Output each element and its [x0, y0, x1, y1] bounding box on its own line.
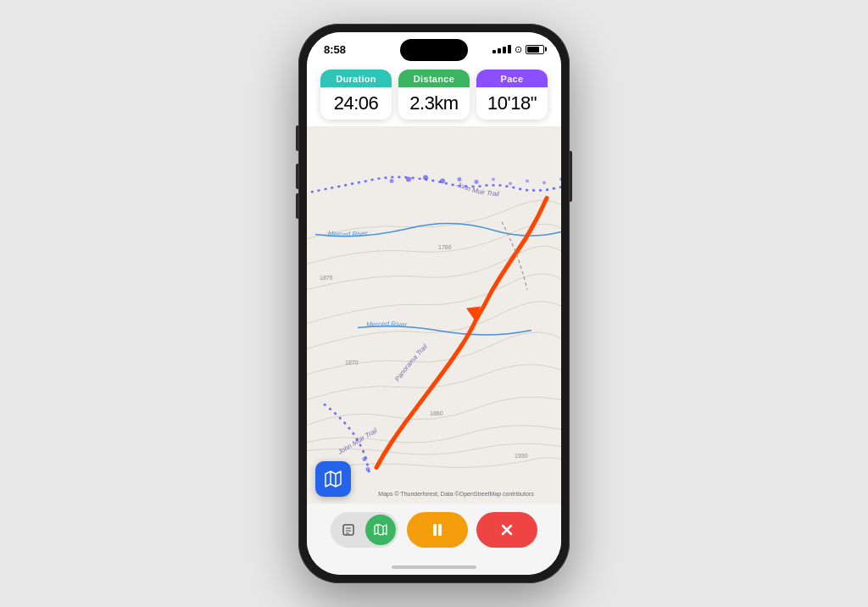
distance-value: 2.3km [398, 87, 470, 120]
pace-card: Pace 10'18" [476, 70, 548, 120]
wifi-icon: ⊙ [515, 44, 522, 55]
svg-point-5 [458, 177, 462, 181]
stop-icon [499, 522, 515, 537]
battery-icon [526, 45, 544, 54]
elev-label-3: 1870 [345, 359, 359, 365]
svg-point-4 [390, 179, 394, 183]
controls-bar [307, 504, 561, 560]
phone-frame: 8:58 ⊙ Duration 24:06 [298, 24, 570, 583]
signal-icon [492, 45, 511, 53]
svg-point-2 [423, 175, 428, 181]
map-toggle-icon [373, 522, 388, 537]
pause-icon [429, 521, 446, 538]
notes-map-group [331, 512, 398, 548]
elev-label-4: 1880 [430, 410, 443, 416]
elev-label-5: 1930 [515, 453, 528, 459]
notes-icon [341, 522, 356, 537]
elev-label-2: 1786 [438, 244, 452, 250]
home-indicator [307, 560, 561, 575]
svg-rect-23 [438, 524, 442, 536]
elev-label-1: 1876 [320, 275, 333, 281]
status-time: 8:58 [324, 43, 346, 56]
merced-river-label-lower: Merced River [366, 320, 408, 329]
merced-river-label-upper: Merced River [327, 229, 368, 237]
svg-rect-22 [433, 524, 437, 536]
stop-button[interactable] [476, 512, 537, 548]
svg-point-8 [509, 182, 512, 186]
map-toggle-button[interactable] [365, 515, 396, 545]
svg-point-7 [492, 178, 495, 181]
svg-point-12 [363, 457, 367, 461]
phone-screen: 8:58 ⊙ Duration 24:06 [307, 32, 561, 575]
svg-point-1 [406, 177, 411, 182]
distance-label: Distance [398, 70, 470, 87]
map-svg: 1876 1786 1870 1880 1930 Merced River [307, 126, 561, 504]
status-icons: ⊙ [492, 44, 544, 55]
map-area[interactable]: 1876 1786 1870 1880 1930 Merced River [307, 126, 561, 504]
map-icon [323, 469, 343, 489]
distance-card: Distance 2.3km [398, 70, 470, 120]
pause-button[interactable] [407, 512, 468, 548]
svg-point-10 [542, 181, 546, 185]
svg-point-6 [475, 180, 479, 184]
duration-value: 24:06 [320, 87, 392, 120]
svg-rect-0 [307, 154, 561, 476]
map-app-button[interactable] [315, 461, 351, 497]
map-attribution: Maps © Thunderforest, Data ©OpenStreetMa… [358, 491, 554, 497]
notes-button[interactable] [333, 515, 364, 545]
pace-label: Pace [476, 70, 548, 87]
svg-point-13 [366, 467, 370, 471]
svg-point-9 [526, 180, 529, 183]
duration-label: Duration [320, 70, 392, 87]
duration-card: Duration 24:06 [320, 70, 392, 120]
dynamic-island [400, 39, 468, 61]
pace-value: 10'18" [476, 87, 548, 120]
stats-panel: Duration 24:06 Distance 2.3km Pace 10'18… [307, 63, 561, 126]
svg-point-3 [440, 179, 445, 184]
